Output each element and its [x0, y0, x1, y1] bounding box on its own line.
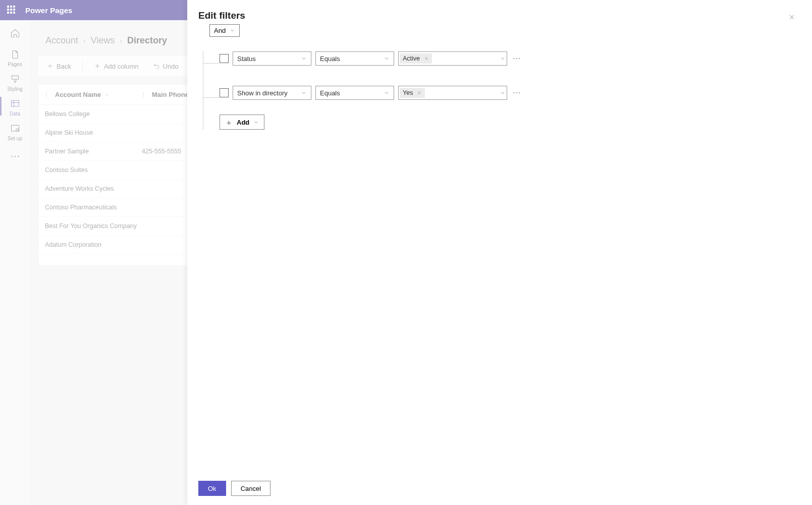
ellipsis-icon [513, 58, 521, 60]
chevron-down-icon [384, 90, 390, 96]
value-tag[interactable]: Active [400, 53, 432, 64]
filter-field-select[interactable]: Status [233, 51, 311, 66]
filter-row-more[interactable] [511, 58, 522, 60]
chevron-down-icon [230, 28, 235, 33]
filter-field-select[interactable]: Show in directory [233, 86, 311, 100]
filter-value-select[interactable]: Yes [398, 86, 507, 100]
chevron-down-icon [253, 120, 259, 125]
chevron-down-icon [500, 90, 506, 96]
filter-row: StatusEqualsActive [198, 51, 801, 66]
svg-point-11 [519, 92, 520, 93]
group-operator-label: And [214, 27, 226, 34]
tree-connector [203, 63, 219, 64]
plus-icon: ＋ [225, 119, 233, 126]
group-operator-select[interactable]: And [209, 24, 240, 37]
panel-footer: Ok Cancel [187, 472, 812, 505]
close-icon [788, 14, 795, 21]
chevron-down-icon [301, 90, 307, 96]
filter-row-checkbox[interactable] [220, 88, 229, 97]
edit-filters-panel: Edit filters And StatusEqualsActiveShow … [187, 0, 812, 505]
filter-tree: StatusEqualsActiveShow in directoryEqual… [198, 51, 801, 130]
close-icon[interactable] [417, 90, 422, 95]
filter-operator-select[interactable]: Equals [315, 51, 394, 66]
cancel-button[interactable]: Cancel [231, 481, 270, 496]
ok-button[interactable]: Ok [198, 481, 226, 496]
chevron-down-icon [301, 55, 307, 62]
panel-title: Edit filters [198, 10, 245, 21]
chevron-down-icon [384, 55, 390, 62]
filter-row-checkbox[interactable] [220, 54, 229, 63]
ellipsis-icon [513, 92, 521, 94]
add-label: Add [237, 119, 249, 126]
svg-point-6 [514, 58, 515, 59]
svg-point-7 [516, 58, 517, 59]
filter-row-more[interactable] [511, 92, 522, 94]
value-tag[interactable]: Yes [400, 88, 425, 98]
app-launcher-icon[interactable] [7, 6, 16, 15]
close-button[interactable] [785, 10, 799, 24]
app-title: Power Pages [25, 6, 72, 15]
chevron-down-icon [500, 55, 506, 62]
filter-operator-select[interactable]: Equals [315, 86, 394, 100]
svg-point-10 [516, 92, 517, 93]
svg-point-8 [519, 58, 520, 59]
svg-point-9 [514, 92, 515, 93]
close-icon[interactable] [424, 56, 429, 61]
add-filter-button[interactable]: ＋ Add [220, 115, 264, 130]
filter-value-select[interactable]: Active [398, 51, 507, 66]
filter-row: Show in directoryEqualsYes [198, 85, 801, 100]
tree-connector [203, 97, 219, 98]
